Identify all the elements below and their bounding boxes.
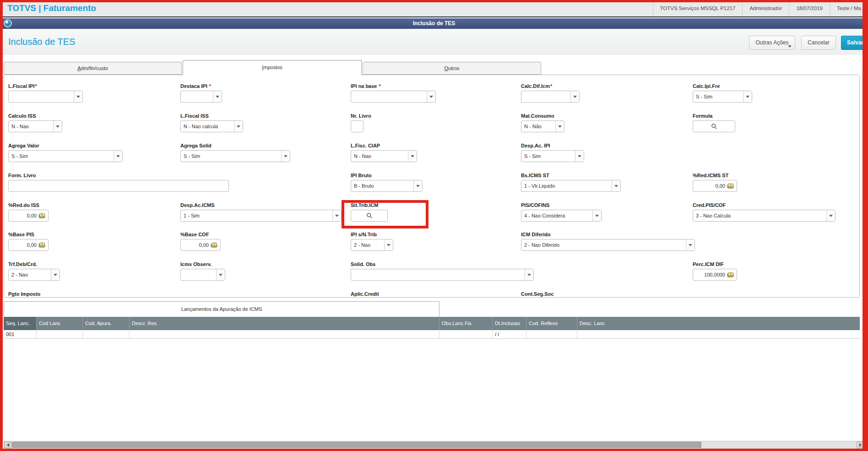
icm-diferido-select[interactable]: 2 - Nao Diferido: [521, 239, 695, 251]
bs-icms-st-select[interactable]: 1 - Vlr.Liquido: [521, 180, 621, 192]
column-header-seq-lanc[interactable]: Seq. Lanc.: [4, 317, 37, 330]
column-header-desc-lanc[interactable]: Desc. Lanc: [577, 317, 860, 330]
column-header-cod-reflexo[interactable]: Cod. Reflexo: [526, 317, 577, 330]
column-header-descr-res[interactable]: Descr. Res.: [130, 317, 439, 330]
chevron-down-icon: [234, 121, 243, 132]
pis-cofins-select[interactable]: 4 - Nao Considera: [521, 210, 602, 222]
ipi-na-base-label: IPI na base *: [351, 83, 436, 89]
cell-seq-lanc: 001: [4, 330, 37, 338]
user-label: Administrador: [742, 0, 789, 16]
base-pis-input[interactable]: 0,00: [8, 239, 49, 251]
ipi-sn-trib-select[interactable]: 2 - Nao: [351, 239, 393, 251]
horizontal-scrollbar[interactable]: [4, 441, 864, 449]
icms-observ-select[interactable]: [180, 269, 225, 281]
other-actions-button[interactable]: Outras Ações: [749, 36, 795, 50]
calc-ipi-fre-select[interactable]: S - Sim: [693, 91, 752, 103]
destaca-ipi-select[interactable]: [180, 91, 222, 103]
chevron-down-icon: [612, 180, 620, 191]
calc-dif-icm-label: Calc.Dif.Icm*: [521, 83, 580, 89]
pis-cofins-label: PIS/COFINS: [521, 202, 602, 208]
desp-ac-icms-select[interactable]: 1 - Sim: [180, 210, 342, 222]
other-actions-label: Outras Ações: [755, 39, 788, 46]
red-icms-st-label: %Red.ICMS ST: [693, 173, 737, 178]
scroll-left-button[interactable]: [4, 441, 11, 448]
field-mat-consumo: Mat.Consumo N - Não: [521, 113, 564, 132]
column-header-cod-lanc[interactable]: Cod Lanc: [37, 317, 83, 330]
field-red-icms-st: %Red.ICMS ST 0,00: [693, 173, 737, 192]
base-cof-input[interactable]: 0,00: [180, 239, 221, 251]
calculo-iss-label: Calculo ISS: [8, 113, 62, 119]
red-icms-st-input[interactable]: 0,00: [693, 180, 737, 192]
chevron-down-icon: [575, 151, 584, 162]
chevron-down-icon: [570, 91, 579, 102]
top-bar-status: TOTVS Serviços MSSQL P1217 Administrador…: [653, 0, 868, 16]
field-bs-icms-st: Bs.ICMS ST 1 - Vlr.Liquido: [521, 173, 621, 192]
column-header-dt-inclusao[interactable]: Dt.Inclusao: [493, 317, 526, 330]
field-solid-obs: Solid. Obs: [351, 261, 534, 281]
l-fiscal-ipi-select[interactable]: [8, 91, 83, 103]
chevron-down-icon: [332, 210, 341, 221]
calc-dif-icm-select[interactable]: [521, 91, 580, 103]
nr-livro-label: Nr. Livro: [351, 113, 371, 119]
page-title: Inclusão de TES: [8, 37, 75, 47]
perc-icm-dif-input[interactable]: 100,0000: [693, 269, 737, 281]
required-asterisk: *: [35, 83, 37, 89]
arrow-right-icon: [859, 443, 862, 447]
calculator-icon: [727, 272, 734, 277]
agrega-solid-select[interactable]: S - Sim: [180, 150, 290, 162]
desp-ac-ipi-select[interactable]: S - Sim: [521, 150, 584, 162]
scrollbar-thumb[interactable]: [12, 442, 701, 448]
icms-grid-header: Seq. Lanc. Cod Lanc Cod. Apura. Descr. R…: [4, 317, 860, 330]
required-asterisk: *: [550, 83, 552, 89]
tab-outros[interactable]: Outros: [363, 62, 541, 75]
destaca-ipi-label: Destaca IPI *: [180, 83, 222, 89]
date-label: 18/07/2019: [789, 0, 830, 16]
column-header-obs-lanc-fis[interactable]: Obs.Lanc.Fis: [439, 317, 493, 330]
tab-impostos[interactable]: Impostos: [183, 60, 362, 75]
field-desp-ac-ipi: Desp.Ac. IPI S - Sim: [521, 143, 584, 162]
agrega-solid-label: Agrega Solid: [180, 143, 290, 148]
solid-obs-select[interactable]: [351, 269, 534, 281]
ipi-na-base-select[interactable]: [351, 91, 436, 103]
formula-lookup[interactable]: [693, 120, 735, 132]
field-agrega-solid: Agrega Solid S - Sim: [180, 143, 290, 162]
ipi-bruto-select[interactable]: B - Bruto: [351, 180, 423, 192]
l-fiscal-ipi-label: L.Fiscal IPI*: [8, 83, 83, 89]
icms-observ-label: Icms Observ.: [180, 261, 225, 267]
field-aplic-credit: Aplic.Credit: [351, 291, 379, 297]
l-fisc-ciap-select[interactable]: N - Nao: [351, 150, 417, 162]
l-fisc-ciap-label: L.Fisc. CIAP: [351, 143, 417, 148]
annotation-frame-top: [0, 0, 868, 2]
mat-consumo-select[interactable]: N - Não: [521, 120, 564, 132]
field-calculo-iss: Calculo ISS N - Nao: [8, 113, 62, 132]
cred-pis-cof-select[interactable]: 3 - Nao Calcula: [693, 210, 835, 222]
base-cof-label: %Base COF: [180, 232, 221, 237]
nr-livro-input[interactable]: [351, 120, 363, 132]
trf-deb-crd-select[interactable]: 2 - Nao: [8, 269, 60, 281]
annotation-frame-left: [0, 0, 3, 451]
l-fiscal-iss-select[interactable]: N - Nao calcula: [180, 120, 243, 132]
calculator-icon: [38, 213, 46, 218]
cancel-button[interactable]: Cancelar: [801, 36, 836, 50]
icms-grid-title-tab[interactable]: Lançamentos da Apuração de ICMS: [4, 301, 439, 317]
formula-label: Formula: [693, 113, 735, 119]
cell-obs-lanc-fis: [439, 330, 493, 338]
trf-deb-crd-label: Trf.Deb/Crd.: [8, 261, 60, 267]
bs-icms-st-label: Bs.ICMS ST: [521, 173, 621, 178]
column-header-cod-apura[interactable]: Cod. Apura.: [83, 317, 130, 330]
sit-trib-icm-highlight-annotation: [342, 200, 429, 228]
tab-adm-fin-custo[interactable]: Adm/fin/custo: [4, 62, 182, 75]
agrega-valor-select[interactable]: S - Sim: [8, 150, 123, 162]
icms-grid-row[interactable]: 001 / /: [4, 330, 860, 339]
form-livro-input[interactable]: [8, 180, 229, 192]
calculator-icon: [38, 242, 46, 248]
red-do-iss-input[interactable]: 0,00: [8, 210, 49, 222]
chevron-down-icon: [427, 91, 435, 102]
field-formula: Formula: [693, 113, 735, 132]
calculo-iss-select[interactable]: N - Nao: [8, 120, 62, 132]
chevron-down-icon: [384, 239, 393, 250]
base-pis-label: %Base PIS: [8, 232, 49, 237]
header-band: [0, 29, 868, 55]
chevron-down-icon: [743, 91, 752, 102]
field-perc-icm-dif: Perc.ICM DIF 100,0000: [693, 261, 737, 281]
